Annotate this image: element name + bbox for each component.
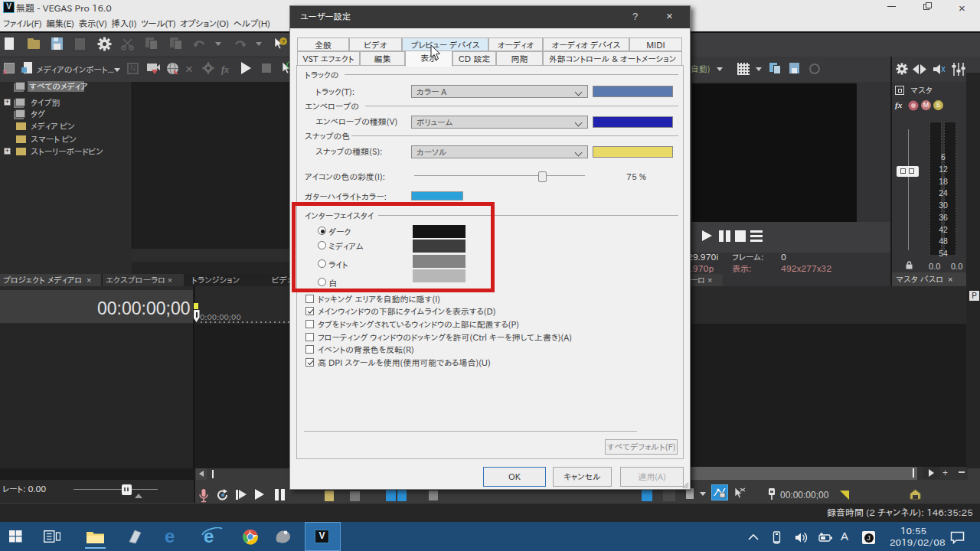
svg-text:?: ? [282, 38, 286, 45]
